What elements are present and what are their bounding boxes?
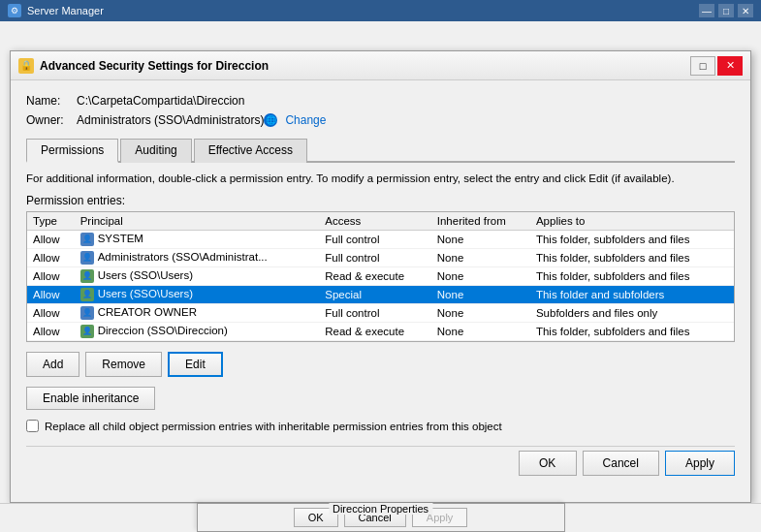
cell-principal: 👤SYSTEM [75, 231, 320, 249]
taskbar-title: Server Manager [27, 5, 104, 16]
name-value: C:\CarpetaCompartida\Direccion [77, 94, 244, 108]
tab-auditing[interactable]: Auditing [120, 139, 191, 163]
server-manager-taskbar: ⚙ Server Manager — □ ✕ [0, 0, 761, 21]
enable-inheritance-button[interactable]: Enable inheritance [26, 387, 155, 410]
action-buttons: OK Cancel Apply [26, 446, 735, 476]
col-principal: Principal [75, 212, 320, 231]
cell-type: Allow [27, 304, 75, 323]
cell-access: Full control [319, 231, 431, 249]
replace-permissions-checkbox[interactable] [26, 420, 39, 432]
edit-button[interactable]: Edit [168, 352, 223, 377]
dialog-minimize-btn[interactable]: □ [690, 56, 715, 76]
table-row[interactable]: Allow 👤Users (SSO\Users) Read & execute … [27, 267, 734, 286]
taskbar-maximize[interactable]: □ [718, 4, 734, 17]
info-text: For additional information, double-click… [26, 171, 735, 186]
server-manager-icon: ⚙ [8, 4, 21, 17]
cell-applies: This folder, subfolders and files [530, 323, 734, 341]
tab-effective-access[interactable]: Effective Access [194, 139, 307, 163]
col-inherited: Inherited from [431, 212, 530, 231]
cell-inherited: None [431, 323, 530, 341]
cell-principal: 👤Administrators (SSO\Administrat... [75, 249, 320, 267]
owner-value: Administrators (SSO\Administrators) [77, 113, 264, 127]
cell-applies: This folder and subfolders [530, 286, 734, 304]
checkbox-row: Replace all child object permission entr… [26, 420, 735, 432]
cancel-button[interactable]: Cancel [583, 451, 659, 476]
table-row[interactable]: Allow 👤Administrators (SSO\Administrat..… [27, 249, 734, 267]
cell-type: Allow [27, 323, 75, 341]
owner-row: Owner: Administrators (SSO\Administrator… [26, 113, 735, 127]
advanced-security-dialog: 🔒 Advanced Security Settings for Direcci… [10, 50, 751, 503]
cell-inherited: None [431, 267, 530, 286]
cell-applies: This folder, subfolders and files [530, 267, 734, 286]
table-row[interactable]: Allow 👤Users (SSO\Users) Special None Th… [27, 286, 734, 304]
bottom-bar: OK Cancel Apply Direccion Properties [0, 503, 761, 532]
inherit-btn-row: Enable inheritance [26, 387, 735, 410]
add-button[interactable]: Add [26, 352, 79, 377]
name-row: Name: C:\CarpetaCompartida\Direccion [26, 94, 735, 108]
dialog-body: Name: C:\CarpetaCompartida\Direccion Own… [11, 80, 750, 489]
dialog-title: Advanced Security Settings for Direccion [40, 59, 690, 73]
cell-access: Read & execute [319, 267, 431, 286]
cell-type: Allow [27, 286, 75, 304]
backdrop: 🔒 Advanced Security Settings for Direcci… [0, 21, 761, 532]
bottom-popup-dialog: OK Cancel Apply Direccion Properties [197, 503, 565, 532]
tab-permissions[interactable]: Permissions [26, 139, 118, 163]
table-row[interactable]: Allow 👤SYSTEM Full control None This fol… [27, 231, 734, 249]
cell-inherited: None [431, 286, 530, 304]
cell-applies: This folder, subfolders and files [530, 231, 734, 249]
tabs-container: Permissions Auditing Effective Access [26, 137, 735, 163]
apply-button[interactable]: Apply [665, 451, 735, 476]
dialog-titlebar: 🔒 Advanced Security Settings for Direcci… [11, 51, 750, 80]
permission-table: Type Principal Access Inherited from App… [27, 212, 734, 341]
cell-access: Full control [319, 304, 431, 323]
cell-inherited: None [431, 304, 530, 323]
dialog-close-btn[interactable]: ✕ [717, 56, 743, 76]
checkbox-label: Replace all child object permission entr… [45, 421, 502, 432]
cell-access: Special [319, 286, 431, 304]
dialog-title-controls: □ ✕ [690, 56, 743, 76]
table-row[interactable]: Allow 👤CREATOR OWNER Full control None S… [27, 304, 734, 323]
remove-button[interactable]: Remove [85, 352, 162, 377]
taskbar-controls: — □ ✕ [699, 4, 753, 17]
cell-access: Read & execute [319, 323, 431, 341]
cell-principal: 👤CREATOR OWNER [75, 304, 320, 323]
taskbar-minimize[interactable]: — [699, 4, 714, 17]
cell-principal: 👤Users (SSO\Users) [75, 286, 320, 304]
cell-access: Full control [319, 249, 431, 267]
ok-button[interactable]: OK [519, 451, 577, 476]
col-applies: Applies to [530, 212, 734, 231]
cell-inherited: None [431, 249, 530, 267]
cell-applies: This folder, subfolders and files [530, 249, 734, 267]
cell-inherited: None [431, 231, 530, 249]
col-type: Type [27, 212, 75, 231]
permission-table-wrapper: Type Principal Access Inherited from App… [26, 211, 735, 342]
bottom-dialog-title: Direccion Properties [329, 503, 432, 515]
name-label: Name: [26, 94, 77, 108]
cell-type: Allow [27, 249, 75, 267]
cell-type: Allow [27, 231, 75, 249]
table-row[interactable]: Allow 👤Direccion (SSO\Direccion) Read & … [27, 323, 734, 341]
dialog-title-icon: 🔒 [18, 58, 34, 74]
cell-type: Allow [27, 267, 75, 286]
cell-principal: 👤Users (SSO\Users) [75, 267, 320, 286]
permission-entries-label: Permission entries: [26, 194, 735, 207]
owner-label: Owner: [26, 113, 77, 127]
change-link[interactable]: Change [285, 113, 326, 127]
table-header-row: Type Principal Access Inherited from App… [27, 212, 734, 231]
permission-buttons: Add Remove Edit [26, 352, 735, 377]
col-access: Access [319, 212, 431, 231]
taskbar-close[interactable]: ✕ [738, 4, 753, 17]
cell-applies: Subfolders and files only [530, 304, 734, 323]
cell-principal: 👤Direccion (SSO\Direccion) [75, 323, 320, 341]
globe-icon: 🌐 [264, 113, 277, 127]
